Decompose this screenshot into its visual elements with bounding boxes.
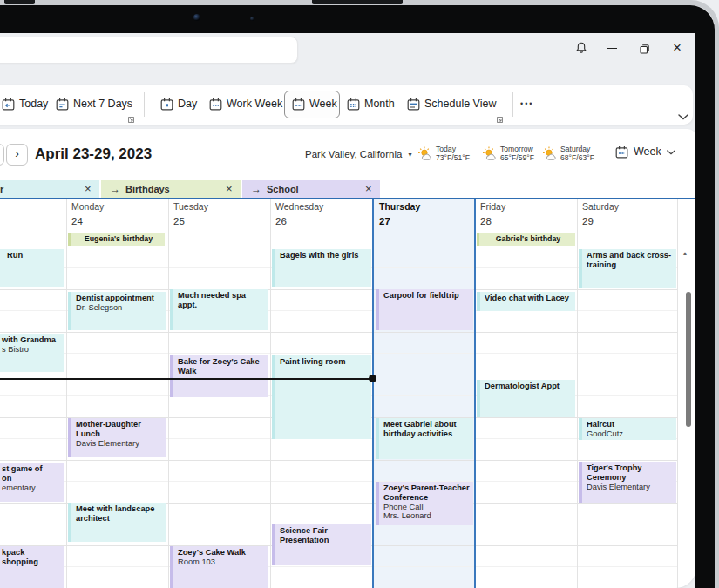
device-edge-button xyxy=(4,0,35,4)
device-edge-button xyxy=(312,0,403,4)
camera-icon xyxy=(250,17,254,21)
camera-icon xyxy=(193,14,200,21)
screenshot-stage: × Today Next 7 Days Day xyxy=(0,0,719,588)
device-bezel xyxy=(0,5,715,588)
